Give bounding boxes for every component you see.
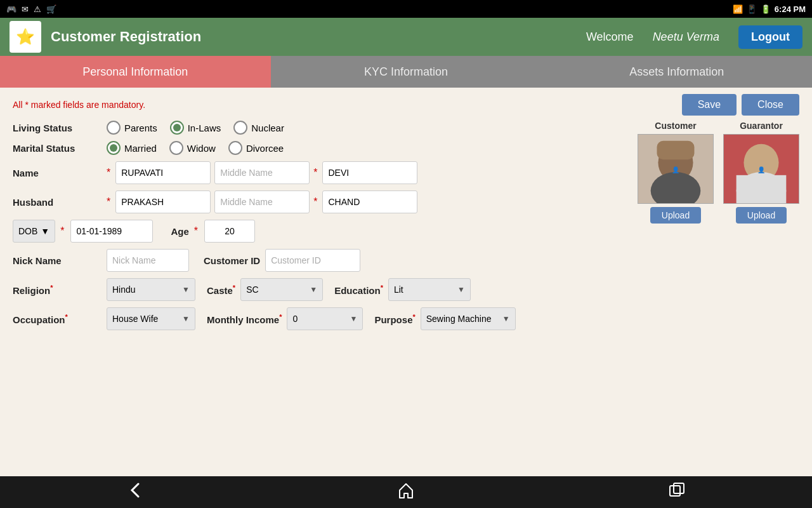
- recent-apps-button[interactable]: [667, 481, 686, 504]
- husband-inputs: * *: [107, 190, 417, 213]
- caste-group: Caste*: [207, 284, 235, 296]
- logout-button[interactable]: Logout: [738, 25, 802, 49]
- game-icon: 🎮: [6, 4, 16, 14]
- living-status-row: Living Status Parents In-Laws Nuc: [13, 121, 628, 135]
- name-last-input[interactable]: [322, 161, 417, 184]
- chevron-down-icon: ▼: [41, 226, 49, 236]
- mail-icon: ✉: [22, 4, 29, 14]
- mandatory-text: All * marked fields are mandatory.: [13, 100, 145, 110]
- education-group: Education*: [334, 284, 383, 296]
- religion-select[interactable]: Hindu ▼: [107, 278, 195, 301]
- name-first-input[interactable]: [115, 161, 211, 184]
- header: ⭐ Customer Registration Welcome Neetu Ve…: [0, 18, 812, 56]
- status-icons: 🎮 ✉ ⚠ 🛒: [6, 4, 56, 14]
- purpose-group: Purpose*: [374, 313, 415, 325]
- age-label: Age: [171, 226, 188, 237]
- customerid-label: Customer ID: [204, 255, 260, 266]
- husband-first-input[interactable]: [115, 190, 211, 213]
- age-group: Age *: [171, 220, 255, 243]
- occupation-select[interactable]: House Wife ▼: [107, 307, 195, 330]
- status-bar: 🎮 ✉ ⚠ 🛒 📶 📱 🔋 6:24 PM: [0, 0, 812, 18]
- save-button[interactable]: Save: [682, 94, 737, 116]
- age-input[interactable]: [204, 220, 255, 243]
- living-inlaws-option[interactable]: In-Laws: [170, 121, 221, 135]
- guarantor-photo-box: Guarantor 👤 Upload: [723, 121, 799, 224]
- marital-divorcee-radio[interactable]: [228, 141, 242, 155]
- marital-status-row: Marital Status Married Widow Divo: [13, 141, 628, 155]
- customer-photo: 👤: [638, 134, 714, 204]
- back-button[interactable]: [126, 481, 145, 504]
- battery-icon: 🔋: [761, 4, 771, 14]
- time-display: 6:24 PM: [775, 4, 806, 14]
- chevron-down-icon: ▼: [182, 285, 190, 294]
- living-parents-option[interactable]: Parents: [107, 121, 157, 135]
- guarantor-photo-label: Guarantor: [740, 121, 783, 131]
- chevron-down-icon: ▼: [350, 314, 358, 323]
- marital-divorcee-option[interactable]: Divorcee: [228, 141, 284, 155]
- form-content: All * marked fields are mandatory. Save …: [0, 88, 812, 476]
- monthly-income-select[interactable]: 0 ▼: [287, 307, 363, 330]
- living-parents-radio[interactable]: [107, 121, 121, 135]
- husband-last-input[interactable]: [322, 190, 417, 213]
- app-title: Customer Registration: [51, 29, 577, 45]
- status-right: 📶 📱 🔋 6:24 PM: [733, 4, 806, 14]
- customer-upload-button[interactable]: Upload: [650, 207, 701, 224]
- tab-kyc-information[interactable]: KYC Information: [271, 56, 542, 88]
- marital-status-label: Marital Status: [13, 143, 102, 154]
- radio-selected-dot: [173, 124, 181, 131]
- caste-select[interactable]: SC ▼: [240, 278, 323, 301]
- marital-widow-radio[interactable]: [169, 141, 183, 155]
- chevron-down-icon: ▼: [310, 285, 317, 294]
- svg-rect-11: [674, 483, 684, 493]
- guarantor-photo: 👤: [723, 134, 799, 204]
- user-name: Neetu Verma: [653, 30, 719, 44]
- alert-icon: ⚠: [34, 4, 41, 14]
- dob-dropdown[interactable]: DOB ▼: [13, 220, 55, 243]
- svg-rect-10: [670, 486, 680, 496]
- chevron-down-icon: ▼: [182, 314, 190, 323]
- form-section: Living Status Parents In-Laws Nuc: [13, 121, 628, 337]
- welcome-text: Welcome: [586, 30, 634, 44]
- customer-avatar-svg: 👤: [638, 134, 713, 204]
- name-row: Name * *: [13, 161, 628, 184]
- guarantor-upload-button[interactable]: Upload: [736, 207, 787, 224]
- home-button[interactable]: [396, 481, 416, 504]
- name-middle-input[interactable]: [214, 161, 310, 184]
- living-status-label: Living Status: [13, 123, 102, 133]
- nickname-input[interactable]: [107, 249, 189, 272]
- close-button[interactable]: Close: [742, 94, 799, 116]
- svg-text:👤: 👤: [672, 166, 680, 174]
- living-inlaws-radio[interactable]: [170, 121, 184, 135]
- marital-married-radio[interactable]: [107, 141, 121, 155]
- marital-widow-option[interactable]: Widow: [169, 141, 216, 155]
- husband-middle-input[interactable]: [214, 190, 310, 213]
- customer-photo-box: Customer 👤 Upload: [638, 121, 714, 224]
- action-buttons: Save Close: [682, 94, 799, 116]
- husband-last-required-star: *: [313, 196, 317, 208]
- tab-assets-information[interactable]: Assets Information: [541, 56, 812, 88]
- customerid-input[interactable]: [265, 249, 360, 272]
- name-label: Name: [13, 168, 102, 178]
- photos-panel: Customer 👤 Upload: [638, 121, 799, 337]
- chevron-down-icon: ▼: [457, 285, 465, 294]
- marital-married-option[interactable]: Married: [107, 141, 157, 155]
- name-last-required-star: *: [313, 167, 317, 178]
- dob-required-star: *: [60, 225, 64, 237]
- app-logo: ⭐: [10, 21, 41, 53]
- dob-input[interactable]: [70, 220, 153, 243]
- nickname-customerid-row: Nick Name Customer ID: [13, 249, 628, 272]
- cart-icon: 🛒: [46, 4, 56, 14]
- dob-group: DOB ▼ *: [13, 220, 153, 243]
- name-inputs: * *: [107, 161, 417, 184]
- sim-icon: 📱: [747, 4, 757, 14]
- living-nuclear-option[interactable]: Nuclear: [233, 121, 284, 135]
- marital-status-options: Married Widow Divorcee: [107, 141, 284, 155]
- living-nuclear-radio[interactable]: [233, 121, 247, 135]
- living-status-options: Parents In-Laws Nuclear: [107, 121, 284, 135]
- education-select[interactable]: Lit ▼: [388, 278, 471, 301]
- bottom-nav: [0, 476, 812, 508]
- signal-icon: 📶: [733, 4, 743, 14]
- tab-personal-information[interactable]: Personal Information: [0, 56, 271, 88]
- purpose-select[interactable]: Sewing Machine ▼: [421, 307, 516, 330]
- husband-row: Husband * *: [13, 190, 628, 213]
